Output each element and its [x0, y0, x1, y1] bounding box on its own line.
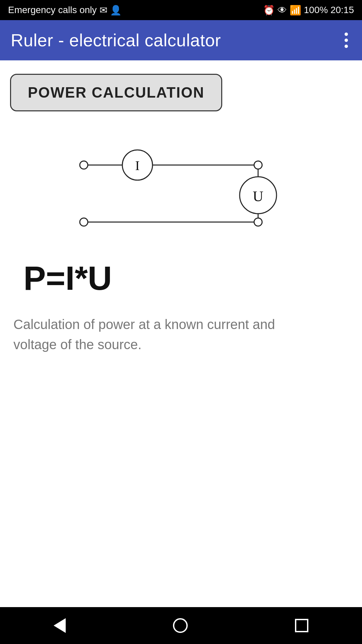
- circuit-svg: I U: [64, 131, 298, 246]
- recents-button[interactable]: [278, 612, 325, 639]
- wifi-icon: 📶: [290, 5, 301, 16]
- more-vert-icon[interactable]: [341, 29, 351, 51]
- home-icon: [173, 618, 188, 633]
- status-right: ⏰ 👁 📶 100% 20:15: [263, 5, 354, 16]
- profile-icon: 👤: [110, 5, 122, 16]
- svg-point-11: [254, 218, 262, 226]
- app-bar: Ruler - electrical calculator: [0, 20, 362, 60]
- nav-bar: [0, 607, 362, 644]
- home-button[interactable]: [156, 611, 204, 640]
- alarm-icon: ⏰: [263, 5, 275, 16]
- svg-point-10: [80, 218, 88, 226]
- status-bar: Emergency calls only ✉ 👤 ⏰ 👁 📶 100% 20:1…: [0, 0, 362, 20]
- svg-text:I: I: [135, 158, 139, 173]
- svg-text:U: U: [253, 188, 263, 205]
- description-text: Calculation of power at a known current …: [10, 314, 312, 355]
- message-icon: ✉: [100, 5, 107, 16]
- svg-point-5: [80, 161, 88, 169]
- battery-text: 100% 20:15: [304, 5, 354, 15]
- app-title: Ruler - electrical calculator: [11, 30, 221, 50]
- eye-icon: 👁: [278, 5, 287, 16]
- recents-icon: [295, 619, 308, 632]
- main-content: POWER CALCULATION I U: [0, 60, 362, 607]
- circuit-diagram: I U: [10, 131, 352, 246]
- menu-dot-1: [345, 33, 348, 36]
- status-left: Emergency calls only ✉ 👤: [8, 5, 122, 16]
- emergency-calls-text: Emergency calls only: [8, 5, 97, 15]
- menu-dot-2: [345, 39, 348, 42]
- back-icon: [54, 618, 66, 633]
- back-button[interactable]: [37, 611, 82, 640]
- svg-point-4: [254, 161, 262, 169]
- formula-container: P=I*U: [23, 259, 362, 298]
- menu-dot-3: [345, 45, 348, 48]
- formula-text: P=I*U: [23, 259, 112, 298]
- power-calculation-button[interactable]: POWER CALCULATION: [10, 74, 222, 111]
